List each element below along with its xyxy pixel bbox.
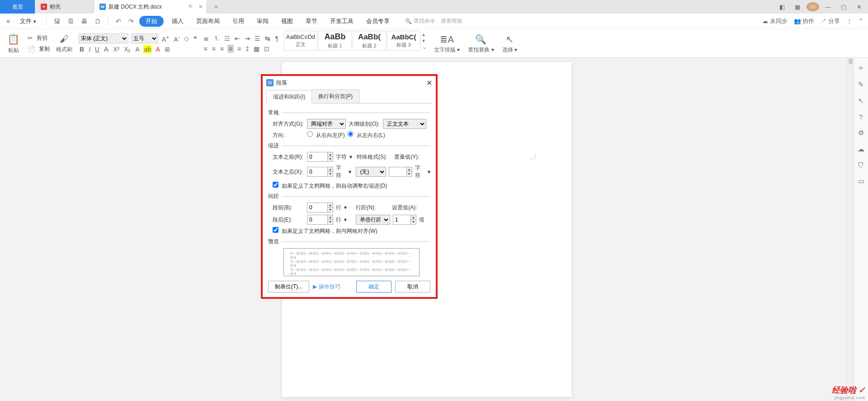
format-brush[interactable]: 🖌 格式刷 — [54, 31, 74, 56]
side-cursor-icon[interactable]: ↖ — [858, 97, 864, 105]
space-before-spin[interactable]: ▲▼ — [328, 203, 333, 212]
direction-ltr[interactable]: 从左向右(L) — [348, 131, 385, 139]
preview-icon[interactable]: 🗋 — [93, 17, 103, 26]
dialog-close-icon[interactable]: ✕ — [426, 79, 432, 87]
space-after-spin[interactable]: ▲▼ — [328, 215, 333, 225]
shading-icon[interactable]: ▦ — [253, 45, 260, 53]
redo-icon[interactable]: ↷ — [127, 17, 136, 26]
indent-after-input[interactable] — [307, 167, 328, 177]
side-ai-icon[interactable]: ✧ — [858, 64, 864, 72]
tab-close-icon[interactable]: ✕ — [198, 4, 203, 10]
side-shield-icon[interactable]: ⛉ — [858, 161, 864, 169]
cancel-button[interactable]: 取消 — [395, 281, 430, 292]
font-name-select[interactable]: 宋体 (正文) — [79, 33, 128, 43]
side-cloud-icon[interactable]: ☁ — [858, 145, 864, 153]
tab-daoke[interactable]: ✦稻壳 — [35, 0, 94, 14]
side-screen-icon[interactable]: ▭ — [858, 177, 864, 185]
align-center-icon[interactable]: ≡ — [211, 45, 217, 53]
style-h3[interactable]: AaBbC(标题 3 — [387, 31, 420, 51]
auto-indent-check[interactable]: 如果定义了文档网格，则自动调整右缩进(D) — [273, 182, 387, 190]
expand-ribbon-icon[interactable]: ⌃ — [859, 18, 863, 24]
copy-icon[interactable]: 📄 — [27, 45, 36, 53]
text-effect-icon[interactable]: A — [134, 45, 140, 53]
style-scroll[interactable]: ▴▾⌄ — [421, 31, 428, 51]
clear-format-icon[interactable]: ◇ — [183, 34, 190, 42]
command-search[interactable]: 🔍 查找命令、搜索模板 — [405, 17, 462, 25]
setvalue-spin[interactable]: ▲▼ — [411, 215, 416, 225]
export-icon[interactable]: 🖻 — [66, 17, 75, 26]
menu-insert[interactable]: 插入 — [167, 15, 188, 27]
phonetic-icon[interactable]: ❝ — [193, 34, 198, 42]
space-before-input[interactable] — [307, 203, 328, 212]
border-icon[interactable]: ⊞ — [164, 45, 171, 53]
underline-icon[interactable]: U — [94, 45, 100, 53]
menu-start[interactable]: 开始 — [139, 16, 164, 27]
bold-icon[interactable]: B — [79, 45, 85, 53]
menu-devtools[interactable]: 开发工具 — [326, 15, 358, 27]
align-left-icon[interactable]: ≡ — [203, 45, 208, 53]
find-replace-group[interactable]: 🔍查找替换 ▾ — [466, 31, 495, 56]
multilevel-icon[interactable]: ☲ — [223, 34, 231, 42]
tabstop-button[interactable]: 制表位(T)... — [268, 281, 309, 292]
align-dist-icon[interactable]: ≡ — [236, 45, 242, 53]
decrease-indent-icon[interactable]: ⇤ — [234, 34, 241, 42]
new-tab-button[interactable]: ＋ — [207, 0, 225, 14]
style-normal[interactable]: AaBbCcDd正文 — [284, 31, 317, 51]
typeset-group[interactable]: ≣A文字排版 ▾ — [432, 31, 462, 56]
subscript-icon[interactable]: X₂ — [123, 45, 132, 53]
collab-button[interactable]: 👥 协作 — [794, 17, 815, 25]
space-after-input[interactable] — [307, 215, 328, 225]
undo-icon[interactable]: ↶ — [114, 17, 123, 26]
paste-group[interactable]: 📋 粘贴 — [5, 31, 22, 56]
grid-icon[interactable]: ▦ — [791, 4, 804, 10]
more-menu-icon[interactable]: ⋮ — [846, 18, 852, 24]
special-format-select[interactable]: (无) — [356, 167, 386, 177]
hamburger-icon[interactable]: ≡ — [5, 17, 12, 26]
snap-grid-check[interactable]: 如果定义了文档网格，则与网格对齐(W) — [273, 227, 377, 235]
measure-input[interactable] — [389, 167, 407, 177]
cut-icon[interactable]: ✂ — [27, 34, 34, 42]
share-button[interactable]: ↗ 分享 — [821, 17, 840, 25]
ok-button[interactable]: 确定 — [356, 281, 392, 292]
indent-before-spin[interactable]: ▲▼ — [328, 152, 333, 162]
menu-section[interactable]: 章节 — [301, 15, 322, 27]
menu-vip[interactable]: 会员专享 — [362, 15, 394, 27]
style-h2[interactable]: AaBb(标题 2 — [353, 31, 386, 51]
layout-icon[interactable]: ◧ — [776, 4, 788, 10]
grow-font-icon[interactable]: A+ — [161, 33, 170, 43]
sort-icon[interactable]: ☰ — [254, 34, 261, 42]
font-size-select[interactable]: 五号 — [131, 33, 158, 43]
side-pen-icon[interactable]: ✎ — [858, 80, 864, 89]
superscript-icon[interactable]: X² — [112, 45, 120, 53]
increase-indent-icon[interactable]: ⇥ — [244, 34, 251, 42]
bullets-icon[interactable]: ≣ — [203, 34, 210, 42]
linespace-select[interactable]: 单倍行距 — [356, 215, 390, 225]
avatar[interactable] — [807, 2, 819, 11]
select-group[interactable]: ↖选择 ▾ — [500, 31, 519, 56]
menu-file[interactable]: 文件 ▾ — [15, 15, 41, 27]
minimize-icon[interactable]: ― — [822, 4, 835, 10]
indent-after-spin[interactable]: ▲▼ — [328, 167, 333, 177]
setvalue-input[interactable] — [393, 215, 411, 225]
menu-pagelayout[interactable]: 页面布局 — [192, 15, 224, 27]
direction-rtl[interactable]: 从右向左(F) — [307, 131, 345, 139]
measure-spin[interactable]: ▲▼ — [407, 167, 412, 177]
tab-pin-icon[interactable]: ⇱ — [189, 4, 193, 10]
font-color-icon[interactable]: A — [155, 45, 160, 53]
italic-icon[interactable]: I — [88, 45, 91, 53]
sync-status[interactable]: ☁ 未同步 — [762, 17, 788, 25]
tab-home[interactable]: 首页 — [0, 0, 35, 14]
tab-document[interactable]: W 新建 DOCX 文档.docx ⇱ ✕ — [94, 0, 207, 14]
indent-before-input[interactable] — [307, 152, 328, 162]
save-icon[interactable]: 🖫 — [52, 17, 62, 26]
numbering-icon[interactable]: ⒈ — [212, 34, 221, 43]
tab-icon[interactable]: ↹ — [264, 34, 271, 42]
menu-review[interactable]: 审阅 — [252, 15, 273, 27]
side-settings-icon[interactable]: ⚙ — [858, 129, 864, 137]
maximize-icon[interactable]: ▢ — [837, 4, 850, 10]
align-justify-icon[interactable]: ≡ — [227, 45, 234, 53]
menu-reference[interactable]: 引用 — [228, 15, 249, 27]
shrink-font-icon[interactable]: A- — [173, 33, 180, 43]
menu-view[interactable]: 视图 — [277, 15, 297, 27]
strike-icon[interactable]: A̶ — [103, 45, 109, 53]
